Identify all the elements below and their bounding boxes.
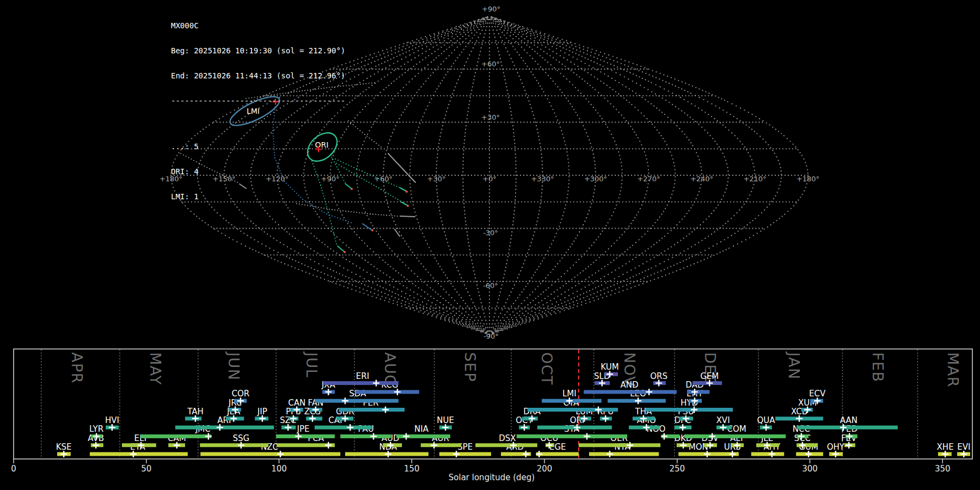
count-lmi: LMI: 1	[171, 193, 345, 201]
shower-bar-AHY	[751, 452, 784, 456]
ra-label: +270°	[637, 175, 660, 183]
shower-label-LMI: LMI	[562, 389, 577, 399]
month-label-OCT: OCT	[538, 352, 555, 385]
count-ori: ORI: 4	[171, 168, 345, 176]
shower-bar-JMC	[140, 434, 211, 438]
shower-bar-OER	[579, 443, 660, 447]
shower-JIP: JIP	[255, 407, 268, 422]
shower-label-OHY: OHY	[827, 442, 845, 452]
shower-label-GEM: GEM	[700, 371, 719, 381]
shower-label-KSE: KSE	[56, 442, 72, 452]
shower-bar-STA	[517, 434, 627, 438]
shower-bar-JPE	[276, 434, 335, 438]
meteor-monitor-screen: +180°+150°+120°+90°+60°+30°+0°+330°+300°…	[0, 0, 980, 490]
shower-marker-CAP	[347, 424, 353, 431]
shower-label-XVI: XVI	[716, 415, 730, 425]
month-label-APR: APR	[69, 352, 85, 384]
dec-label: +30°	[481, 113, 500, 121]
dec-label: -30°	[483, 229, 498, 237]
shower-HVI: HVI	[105, 415, 119, 431]
shower-marker-EGE	[536, 451, 542, 457]
observation-info-block: MX000C Beg: 20251026 10:19:30 (sol = 212…	[171, 5, 345, 235]
shower-TAH: TAH	[185, 407, 204, 422]
trail-sporadic-4	[395, 229, 400, 236]
x-tick-label: 300	[802, 464, 818, 474]
ra-label: +300°	[584, 175, 607, 183]
shower-NUE: NUE	[437, 415, 454, 431]
shower-label-DSX: DSX	[499, 433, 516, 443]
shower-ECV: ECV	[809, 389, 826, 404]
x-axis-title: Solar longitude (deg)	[449, 473, 535, 482]
radiant-and-activity-plot: +180°+150°+120°+90°+60°+30°+0°+330°+300°…	[0, 0, 980, 490]
shower-label-JIP: JIP	[257, 407, 267, 416]
shower-KSE: KSE	[56, 442, 72, 457]
month-label-MAY: MAY	[147, 352, 164, 385]
shower-label-HVI: HVI	[105, 415, 119, 425]
shower-bar-DSX	[475, 443, 537, 447]
shower-bar-AAN	[797, 426, 898, 430]
shower-label-SSG: SSG	[232, 433, 249, 443]
shower-bar-PER	[339, 408, 405, 412]
shower-XHE: XHE	[937, 442, 954, 457]
shower-bar-DAD	[687, 390, 709, 394]
month-label-JUN: JUN	[225, 351, 242, 381]
x-tick-label: 50	[141, 464, 151, 474]
shower-label-NIA: NIA	[414, 424, 429, 434]
shower-bar-SSG	[200, 443, 268, 447]
shower-bar-AUR	[421, 443, 461, 447]
shower-bar-COM	[684, 434, 786, 438]
x-tick-label: 200	[537, 464, 553, 474]
x-tick-label: 350	[935, 464, 951, 474]
dec-label: -60°	[483, 281, 498, 290]
shower-label-XHE: XHE	[937, 442, 954, 452]
separator-line: --------------------------------------	[171, 97, 345, 105]
shower-label-ORS: ORS	[650, 371, 667, 381]
ra-label: +330°	[531, 175, 554, 183]
shower-label-LYR: LYR	[89, 424, 103, 434]
shower-marker-SDA	[342, 397, 348, 404]
shower-ORS: ORS	[650, 371, 667, 387]
shower-bar-ETA	[90, 452, 188, 456]
shower-CAN: CAN	[288, 398, 305, 413]
shower-bar-PAU	[340, 434, 391, 438]
begin-time-line: Beg: 20251026 10:19:30 (sol = 212.90°)	[171, 47, 345, 55]
ra-label: +210°	[743, 175, 766, 183]
station-id: MX000C	[171, 22, 345, 30]
shower-LYR: LYR	[89, 424, 103, 439]
shower-bar-EGE	[536, 452, 579, 456]
shower-bar-KCG	[356, 390, 419, 394]
shower-bar-AND	[584, 390, 677, 394]
shower-marker-PCA	[325, 442, 332, 449]
dec-label: +60°	[481, 60, 500, 68]
month-label-JUL: JUL	[303, 351, 320, 378]
shower-label-JPE: JPE	[297, 424, 310, 434]
activity-chart: APRMAYJUNJULAUGSEPOCTNOVDECJANFEBMARKSEE…	[11, 349, 972, 474]
shower-label-COR: COR	[231, 389, 249, 399]
x-tick-label: 150	[404, 464, 420, 474]
count-sporadic: ...: 5	[171, 143, 345, 151]
month-label-FEB: FEB	[869, 352, 886, 383]
shower-marker-STA	[584, 433, 590, 439]
shower-bar-ARI	[175, 426, 274, 430]
shower-EVI: EVI	[957, 442, 970, 457]
x-tick-label: 0	[11, 464, 16, 474]
shower-bar-CAP	[315, 426, 372, 430]
shower-marker-PER	[382, 407, 389, 413]
shower-bar-ERI	[324, 381, 399, 385]
north-pole-label: +90°	[482, 5, 500, 13]
shower-marker-NIA	[403, 433, 409, 439]
shower-marker-ERI	[373, 380, 379, 387]
shower-marker-NTA	[607, 451, 613, 457]
shower-label-EVI: EVI	[957, 442, 970, 452]
shower-label-CAN: CAN	[288, 398, 305, 408]
shower-label-ERI: ERI	[356, 371, 369, 381]
shower-label-ECV: ECV	[809, 389, 826, 399]
shower-bar-NTA	[589, 452, 659, 456]
month-label-SEP: SEP	[462, 352, 479, 382]
shower-bars: KSEETANZCNDASPEARDEGENTAMONURSAHYGUMOHYX…	[56, 362, 971, 457]
shower-bar-CTA	[528, 408, 618, 412]
ra-label: +240°	[690, 175, 713, 183]
shower-bar-SDA	[315, 399, 399, 403]
shower-label-TAH: TAH	[187, 407, 204, 416]
shower-label-KUM: KUM	[601, 362, 618, 372]
